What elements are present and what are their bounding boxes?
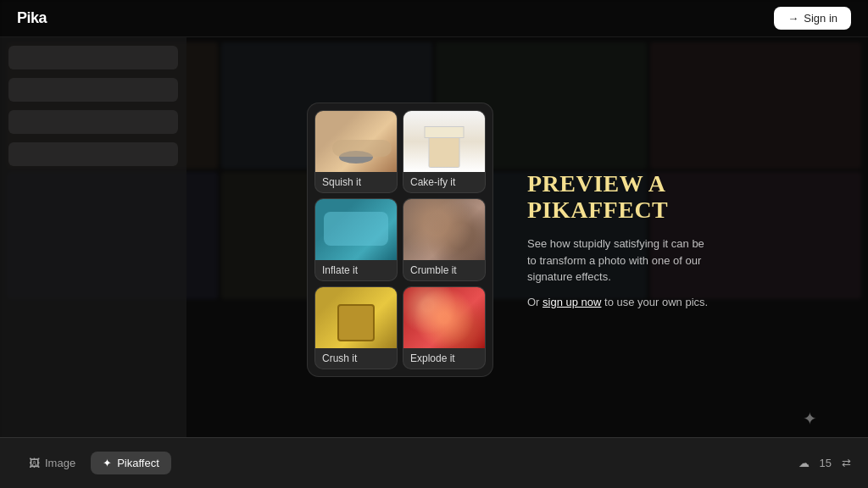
tab-pikaffect[interactable]: ✦ Pikaffect (91, 452, 171, 474)
squish-label: Squish it (315, 172, 397, 192)
squish-thumbnail (315, 111, 397, 172)
preview-description: See how stupidly satisfying it can be to… (527, 236, 714, 286)
inflate-label: Inflate it (315, 260, 397, 280)
crumble-thumbnail (403, 199, 485, 260)
left-sidebar (0, 37, 186, 437)
logo: Pika (17, 9, 47, 27)
effect-card-crush[interactable]: Crush it (314, 286, 398, 369)
effect-card-squish[interactable]: Squish it (314, 110, 398, 193)
sign-in-icon: → (787, 12, 798, 25)
signup-suffix: to use your own pics. (601, 296, 708, 308)
preview-panel: PREVIEW A PIKAFFECT See how stupidly sat… (527, 171, 714, 308)
tab-image-label: Image (45, 457, 75, 469)
effect-card-explode[interactable]: Explode it (403, 286, 486, 369)
count-badge: 15 (820, 457, 832, 469)
explode-thumbnail (403, 287, 485, 348)
header: Pika → Sign in (0, 0, 868, 37)
pikaffect-icon: ✦ (103, 457, 112, 469)
tab-group: 🖼 Image ✦ Pikaffect (17, 452, 171, 474)
sign-in-button[interactable]: → Sign in (774, 7, 851, 30)
bottom-right-controls: ☁ 15 ⇄ (798, 457, 851, 469)
effect-card-inflate[interactable]: Inflate it (314, 198, 398, 281)
image-icon: 🖼 (29, 457, 40, 469)
cloud-icon: ☁ (798, 457, 810, 469)
settings-icon[interactable]: ⇄ (842, 457, 851, 469)
tab-pikaffect-label: Pikaffect (117, 457, 159, 469)
preview-signup: Or sign up now to use your own pics. (527, 296, 714, 308)
signup-prefix: Or (527, 296, 542, 308)
effect-card-cakeify[interactable]: Cake-ify it (403, 110, 486, 193)
tab-image[interactable]: 🖼 Image (17, 452, 87, 474)
cakeify-thumbnail (403, 111, 485, 172)
crush-thumbnail (315, 287, 397, 348)
explode-label: Explode it (403, 348, 485, 369)
inflate-thumbnail (315, 199, 397, 260)
cakeify-label: Cake-ify it (403, 172, 485, 192)
bottom-toolbar: 🖼 Image ✦ Pikaffect ☁ 15 ⇄ (0, 437, 868, 488)
preview-title: PREVIEW A PIKAFFECT (527, 171, 714, 224)
effects-panel: Squish it Cake-ify it Inflate it Crumble… (307, 103, 493, 377)
crumble-label: Crumble it (403, 260, 485, 280)
signup-link[interactable]: sign up now (542, 296, 601, 308)
sign-in-label: Sign in (804, 12, 837, 25)
effect-card-crumble[interactable]: Crumble it (403, 198, 486, 281)
crush-label: Crush it (315, 348, 397, 369)
modal-area: Squish it Cake-ify it Inflate it Crumble… (195, 42, 826, 437)
